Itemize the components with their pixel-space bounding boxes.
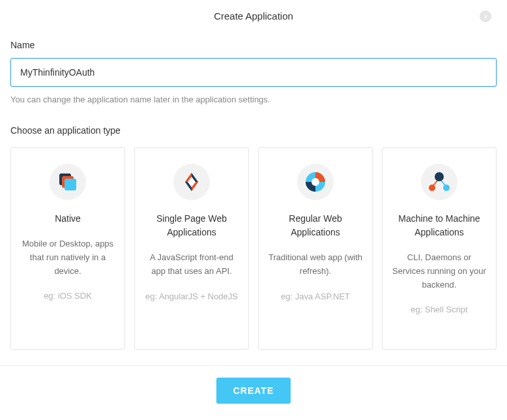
modal-footer: CREATE — [0, 365, 507, 415]
name-help-text: You can change the application name late… — [10, 95, 497, 104]
card-example: eg: AngularJS + NodeJS — [144, 290, 239, 304]
card-desc: A JavaScript front-end app that uses an … — [144, 251, 239, 278]
card-desc: Mobile or Desktop, apps that run nativel… — [20, 237, 115, 278]
type-section-label: Choose an application type — [10, 125, 497, 136]
app-type-cards: Native Mobile or Desktop, apps that run … — [10, 147, 497, 350]
svg-point-13 — [443, 185, 450, 191]
card-title: Regular Web Applications — [268, 212, 363, 239]
card-desc: CLI, Daemons or Services running on your… — [392, 251, 487, 292]
name-label: Name — [10, 40, 497, 50]
close-icon: × — [483, 12, 488, 21]
card-title: Native — [20, 212, 115, 226]
card-desc: Traditional web app (with refresh). — [268, 251, 363, 278]
native-icon — [50, 164, 86, 200]
app-type-spa[interactable]: Single Page Web Applications A JavaScrip… — [134, 147, 249, 350]
spa-icon — [173, 164, 210, 200]
card-title: Single Page Web Applications — [144, 212, 239, 239]
app-type-m2m[interactable]: Machine to Machine Applications CLI, Dae… — [382, 147, 497, 350]
card-example: eg: Shell Script — [392, 303, 487, 317]
svg-rect-2 — [65, 179, 76, 190]
card-title: Machine to Machine Applications — [392, 212, 487, 239]
modal-header: Create Application × — [10, 10, 497, 22]
svg-point-8 — [311, 178, 319, 186]
app-type-regular[interactable]: Regular Web Applications Traditional web… — [258, 147, 373, 350]
close-button[interactable]: × — [480, 10, 491, 22]
create-application-modal: Create Application × Name You can change… — [0, 0, 507, 350]
svg-point-11 — [435, 172, 444, 181]
create-button[interactable]: CREATE — [216, 378, 291, 404]
card-example: eg: iOS SDK — [20, 290, 115, 303]
modal-title: Create Application — [10, 10, 497, 22]
name-input[interactable] — [10, 58, 497, 87]
regular-web-icon — [297, 164, 334, 200]
app-type-native[interactable]: Native Mobile or Desktop, apps that run … — [10, 147, 125, 350]
svg-point-12 — [429, 185, 435, 191]
m2m-icon — [421, 164, 457, 200]
card-example: eg: Java ASP.NET — [268, 290, 363, 304]
